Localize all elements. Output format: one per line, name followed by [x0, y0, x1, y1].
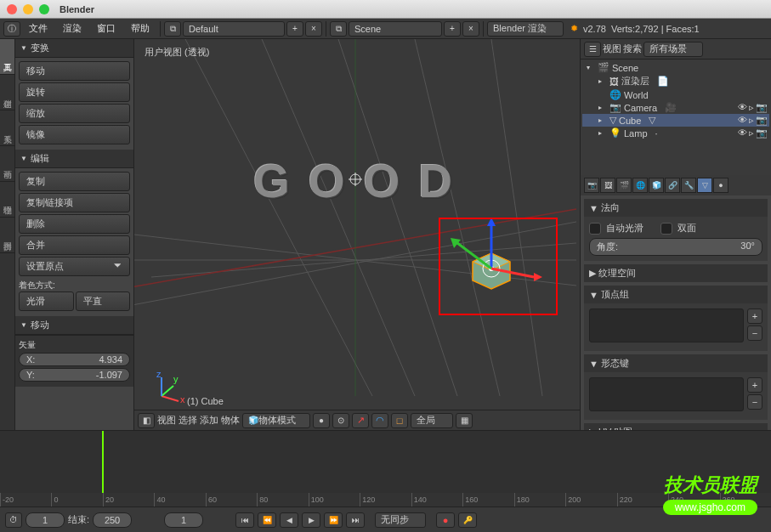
- shapekey-remove-button[interactable]: −: [747, 394, 762, 410]
- outliner-item[interactable]: ▾🎬Scene: [582, 61, 769, 74]
- vp-menu-view[interactable]: 视图: [157, 414, 176, 427]
- texspace-panel-header[interactable]: ▶ 纹理空间: [584, 264, 768, 282]
- prop-tab-constraints-icon[interactable]: 🔗: [665, 178, 680, 193]
- panel-edit-header[interactable]: ▼编辑: [15, 150, 133, 168]
- end-frame-field[interactable]: 250: [93, 512, 132, 528]
- scale-button[interactable]: 缩放: [19, 104, 130, 123]
- outliner-item[interactable]: ▸💡Lamp·👁▹📷: [582, 127, 769, 139]
- outliner-filter-dropdown[interactable]: 所有场景: [643, 42, 703, 57]
- keying-set-button[interactable]: 🔑: [458, 512, 477, 528]
- editor-type-icon[interactable]: ◧: [138, 413, 155, 428]
- shapekeys-panel-header[interactable]: ▼ 形态键: [584, 354, 768, 372]
- join-button[interactable]: 合并: [19, 235, 130, 255]
- outliner-editor-icon[interactable]: ☰: [584, 42, 601, 57]
- vp-menu-add[interactable]: 添加: [200, 414, 218, 427]
- shading-solid-icon[interactable]: ●: [313, 413, 330, 428]
- outliner-item[interactable]: ▸📷Camera🎥👁▹📷: [582, 101, 769, 114]
- auto-smooth-checkbox[interactable]: [589, 223, 601, 235]
- manipulator-translate-icon[interactable]: ↗: [352, 413, 369, 428]
- 3d-viewport[interactable]: GOOD 用户视图 (透视) (1) Cube x y z ◧ 视图 选择 添加…: [134, 39, 580, 430]
- tab-animation[interactable]: 动画: [0, 146, 14, 182]
- play-reverse-button[interactable]: ◀: [280, 512, 298, 528]
- vp-menu-object[interactable]: 物体: [221, 414, 240, 427]
- start-frame-field[interactable]: 1: [26, 512, 65, 528]
- double-sided-checkbox[interactable]: [660, 223, 672, 235]
- shapekeys-list[interactable]: [589, 377, 744, 411]
- timeline-editor-icon[interactable]: ⏱: [5, 512, 22, 528]
- prop-tab-scene-icon[interactable]: 🎬: [616, 178, 632, 193]
- remove-layout-button[interactable]: ×: [305, 21, 322, 37]
- add-layout-button[interactable]: +: [286, 21, 303, 37]
- menu-render[interactable]: 渲染: [56, 20, 88, 37]
- duplicate-button[interactable]: 复制: [19, 172, 130, 191]
- minimize-icon[interactable]: [23, 4, 33, 14]
- menu-file[interactable]: 文件: [22, 20, 54, 37]
- normals-panel-header[interactable]: ▼ 法向: [584, 199, 768, 217]
- vgroups-panel-header[interactable]: ▼ 顶点组: [584, 286, 768, 303]
- timeline-canvas[interactable]: -20020406080100120140160180200220240260: [0, 431, 771, 507]
- rotate-button[interactable]: 旋转: [19, 82, 130, 102]
- tab-physics[interactable]: 物理: [0, 182, 14, 218]
- mirror-button[interactable]: 镜像: [19, 125, 130, 144]
- close-icon[interactable]: [7, 4, 17, 14]
- tab-create[interactable]: 创建: [0, 75, 14, 110]
- translate-button[interactable]: 移动: [19, 61, 130, 81]
- shapekey-add-button[interactable]: +: [747, 377, 762, 393]
- outliner-item[interactable]: 🌐World: [582, 88, 769, 101]
- prop-tab-object-icon[interactable]: 🧊: [649, 178, 664, 193]
- keyframe-next-button[interactable]: ⏩: [324, 512, 343, 528]
- vgroup-add-button[interactable]: +: [747, 308, 762, 324]
- prop-tab-world-icon[interactable]: 🌐: [632, 178, 648, 193]
- pivot-icon[interactable]: ⊙: [332, 413, 349, 428]
- prop-tab-data-icon[interactable]: ▽: [697, 178, 712, 193]
- back-to-previous-icon[interactable]: ⧉: [164, 21, 181, 37]
- maximize-icon[interactable]: [39, 4, 49, 14]
- tab-greasepencil[interactable]: 拼图: [0, 218, 14, 253]
- layers-icon[interactable]: ▦: [456, 413, 473, 428]
- x-field[interactable]: X:4.934: [19, 353, 130, 366]
- sync-dropdown[interactable]: 无同步: [375, 512, 426, 528]
- menu-window[interactable]: 窗口: [90, 20, 122, 37]
- y-field[interactable]: Y:-1.097: [19, 368, 130, 382]
- keyframe-prev-button[interactable]: ⏪: [258, 512, 276, 528]
- duplicate-linked-button[interactable]: 复制链接项: [19, 193, 130, 212]
- shade-flat-button[interactable]: 平直: [76, 291, 131, 311]
- shade-smooth-button[interactable]: 光滑: [19, 291, 74, 311]
- layout-dropdown[interactable]: Default: [183, 21, 285, 37]
- set-origin-dropdown[interactable]: 设置原点⏷: [19, 257, 130, 276]
- outliner-item[interactable]: ▸▽Cube▽👁▹📷: [582, 114, 769, 127]
- prop-tab-render-icon[interactable]: 📷: [584, 178, 599, 193]
- vgroups-list[interactable]: [589, 308, 744, 342]
- tab-tools[interactable]: 工具: [0, 39, 14, 75]
- auto-keyframe-button[interactable]: ●: [436, 512, 455, 528]
- angle-field[interactable]: 角度:30°: [589, 238, 762, 256]
- render-engine-dropdown[interactable]: Blender 渲染: [487, 21, 564, 37]
- operator-panel-header[interactable]: ▼移动: [15, 316, 133, 335]
- remove-scene-button[interactable]: ×: [462, 21, 479, 37]
- scene-browse-icon[interactable]: ⧉: [330, 21, 347, 37]
- delete-button[interactable]: 删除: [19, 214, 130, 234]
- orientation-dropdown[interactable]: 全局: [411, 413, 453, 428]
- vp-menu-select[interactable]: 选择: [179, 414, 197, 427]
- manipulator-rotate-icon[interactable]: ◠: [371, 413, 388, 428]
- info-editor-icon[interactable]: ⓘ: [3, 21, 20, 37]
- outliner-view[interactable]: 视图: [603, 42, 621, 55]
- scene-dropdown[interactable]: Scene: [349, 21, 442, 37]
- prop-tab-modifiers-icon[interactable]: 🔧: [681, 178, 696, 193]
- add-scene-button[interactable]: +: [444, 21, 461, 37]
- jump-start-button[interactable]: ⏮: [235, 512, 254, 528]
- current-frame-field[interactable]: 1: [164, 512, 203, 528]
- tab-relations[interactable]: 关系: [0, 110, 14, 146]
- prop-tab-renderlayers-icon[interactable]: 🖼: [600, 178, 615, 193]
- prop-tab-material-icon[interactable]: ●: [713, 178, 728, 193]
- play-button[interactable]: ▶: [302, 512, 320, 528]
- outliner-search[interactable]: 搜索: [623, 42, 642, 55]
- vgroup-remove-button[interactable]: −: [747, 325, 762, 341]
- mode-dropdown[interactable]: 🧊 物体模式: [242, 413, 310, 428]
- manipulator-scale-icon[interactable]: □: [391, 413, 408, 428]
- outliner-item[interactable]: ▸🖼渲染层📄: [582, 74, 769, 88]
- uvmaps-panel-header[interactable]: ▶ UV 贴图: [584, 423, 768, 430]
- panel-transform-header[interactable]: ▼变换: [15, 39, 133, 58]
- menu-help[interactable]: 帮助: [124, 20, 156, 37]
- jump-end-button[interactable]: ⏭: [346, 512, 365, 528]
